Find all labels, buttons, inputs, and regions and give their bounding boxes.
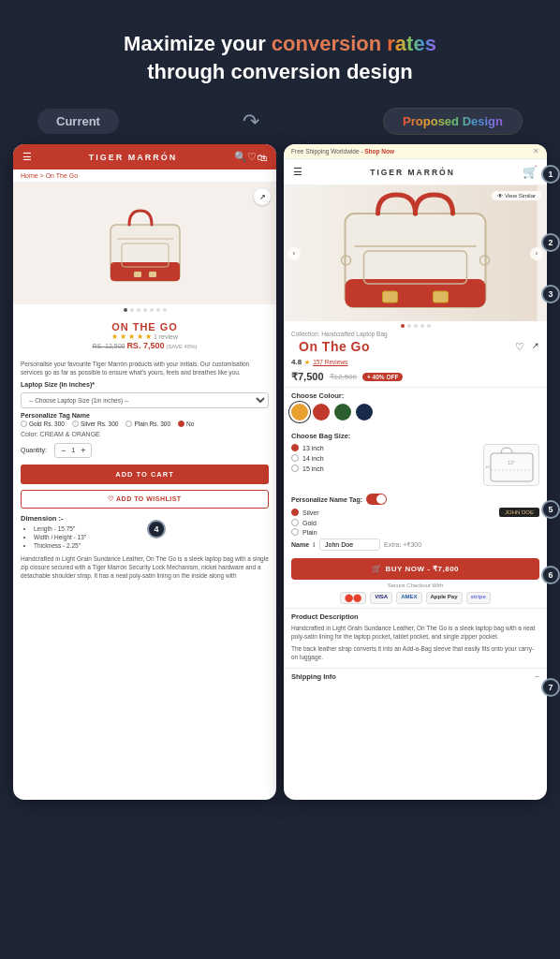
search-icon[interactable]: 🔍 [234, 151, 247, 163]
colour-swatches [291, 404, 539, 420]
heart-icon[interactable]: ♡ [247, 151, 257, 163]
dot-5[interactable] [427, 324, 431, 328]
image-dots [13, 304, 276, 316]
menu-icon[interactable]: ☰ [293, 166, 302, 178]
plain-radio[interactable] [125, 420, 132, 427]
right-panel-wrapper: Free Shipping Worldwide - Shop Now ✕ ☰ T… [284, 144, 547, 800]
dot-4[interactable] [420, 324, 424, 328]
wishlist-icon[interactable]: ♡ [515, 341, 524, 353]
no-option[interactable]: No [178, 420, 194, 427]
name-tag-section: Personalize Name Tag: Silver JOHN DOE [284, 490, 547, 558]
dot-4[interactable] [143, 308, 147, 312]
name-input-row: Name ℹ Extra: +₹300 [291, 539, 539, 551]
proposed-price: ₹7,500 [291, 371, 324, 383]
dimensions-list: Length - 15.75" Width / Height - 13" Thi… [21, 525, 269, 549]
swatch-green[interactable] [334, 404, 351, 420]
shipping-row: Shipping Info − [284, 668, 547, 685]
rating-left: 4.8 ★ 157 Reviews [291, 358, 347, 366]
promo-text: Free Shipping Worldwide - Shop Now [291, 148, 394, 155]
svg-rect-12 [434, 291, 449, 302]
swatch-navy[interactable] [356, 404, 373, 420]
quantity-row: Quantity: − 1 + [13, 443, 276, 458]
john-doe-preview: JOHN DOE [499, 508, 539, 517]
prev-image-arrow[interactable]: ‹ [287, 247, 301, 260]
silver-option[interactable]: Silver Rs. 300 [72, 420, 118, 427]
plain-option[interactable]: Plain [291, 528, 539, 536]
gold-radio[interactable] [21, 420, 27, 427]
product-desc-2: The back leather strap converts it into … [291, 644, 539, 661]
bag-size-diagram: 13" 13" [483, 444, 539, 486]
product-desc-1: Handcrafted in Light Grain Sundance Leat… [291, 624, 539, 641]
plain-radio[interactable] [291, 528, 299, 536]
gold-option[interactable]: Gold [291, 519, 539, 526]
dot-1[interactable] [401, 324, 405, 328]
share-button[interactable]: ↗ [254, 188, 271, 205]
size-13[interactable]: 13 inch [291, 444, 324, 451]
dimensions-title: Dimension :- [21, 514, 269, 523]
sale-price: RS. 7,500 [126, 341, 164, 350]
qty-increase[interactable]: + [81, 446, 85, 455]
header-line2: through conversion design [147, 60, 413, 83]
view-similar-button[interactable]: 👁 View Similar [492, 191, 541, 200]
current-topbar: ☰ TIGER MARRÓN 🔍 ♡ 🛍 [13, 144, 276, 170]
name-tag-options: Gold Rs. 300 Silver Rs. 300 Plain Rs. 30… [21, 420, 269, 427]
size-13-radio[interactable] [291, 444, 299, 451]
chevron-down-icon[interactable]: − [535, 672, 539, 681]
svg-rect-5 [149, 272, 156, 277]
promo-close-icon[interactable]: ✕ [533, 147, 539, 155]
dot-2[interactable] [407, 324, 411, 328]
size-14-radio[interactable] [291, 454, 299, 462]
reviews-link[interactable]: 157 Reviews [313, 359, 347, 365]
gold-radio[interactable] [291, 519, 299, 526]
no-radio[interactable] [178, 420, 184, 427]
cart-icon[interactable]: 🛒 [523, 165, 538, 179]
gold-option[interactable]: Gold Rs. 300 [21, 420, 65, 427]
info-icon: ℹ [313, 541, 316, 549]
plain-option[interactable]: Plain Rs. 300 [125, 420, 170, 427]
add-to-cart-button[interactable]: ADD TO CART [21, 465, 269, 484]
share-icon[interactable]: ↗ [532, 341, 539, 353]
personalize-toggle[interactable] [366, 494, 387, 505]
color-label: Color: CREAM & ORANGE [13, 431, 276, 437]
dot-3[interactable] [137, 308, 140, 312]
dot-5[interactable] [150, 308, 154, 312]
dot-6[interactable] [156, 308, 160, 312]
swatch-red[interactable] [313, 404, 330, 420]
current-panel: ☰ TIGER MARRÓN 🔍 ♡ 🛍 Home > On The Go [13, 144, 276, 800]
toggle-knob [376, 494, 386, 504]
proposed-price-row: ₹7,500 ₹12,500 + 40% OFF [284, 369, 547, 388]
collection-label: Collection: Handcrafted Laptop Bag [284, 331, 547, 337]
menu-icon[interactable]: ☰ [22, 151, 32, 163]
eye-icon: 👁 [497, 193, 503, 199]
qty-label: Quantity: [21, 447, 47, 453]
payment-icons: ⬤⬤ VISA AMEX Apple Pay stripe [284, 590, 547, 608]
dot-7[interactable] [163, 308, 167, 312]
laptop-size-select[interactable]: -- Choose Laptop Size (1in inches) -- [21, 392, 269, 408]
cart-icon[interactable]: 🛍 [257, 152, 267, 163]
silver-option[interactable]: Silver [291, 509, 319, 516]
size-15[interactable]: 15 inch [291, 465, 324, 472]
size-15-radio[interactable] [291, 465, 299, 472]
silver-radio[interactable] [72, 420, 79, 427]
qty-decrease[interactable]: − [61, 446, 66, 455]
proposed-product-image [284, 185, 547, 321]
dot-2[interactable] [130, 308, 134, 312]
visa-icon: VISA [370, 592, 392, 604]
size-14[interactable]: 14 inch [291, 454, 324, 462]
header-section: Maximize your conversion rates through c… [0, 0, 560, 108]
shop-link[interactable]: Shop Now [364, 148, 394, 155]
price-row: RS. 12,500 RS. 7,500 (SAVE 40%) [22, 341, 267, 350]
dot-3[interactable] [414, 324, 418, 328]
dim-thickness: Thickness - 2.25" [34, 542, 269, 549]
add-to-wishlist-button[interactable]: ♡ ADD TO WISHLIST [21, 490, 269, 509]
svg-rect-15 [491, 453, 533, 481]
star-4: ★ [137, 332, 143, 341]
apple-pay-icon: Apple Pay [426, 592, 463, 604]
buy-now-button[interactable]: 🛒 BUY NOW - ₹7,800 [291, 558, 539, 580]
dot-1[interactable] [124, 308, 127, 312]
swatch-orange[interactable] [291, 404, 308, 420]
silver-radio[interactable] [291, 509, 299, 516]
next-image-arrow[interactable]: › [530, 247, 543, 260]
dimensions-section: Dimension :- Length - 15.75" Width / Hei… [13, 514, 276, 549]
name-input[interactable] [319, 539, 380, 551]
